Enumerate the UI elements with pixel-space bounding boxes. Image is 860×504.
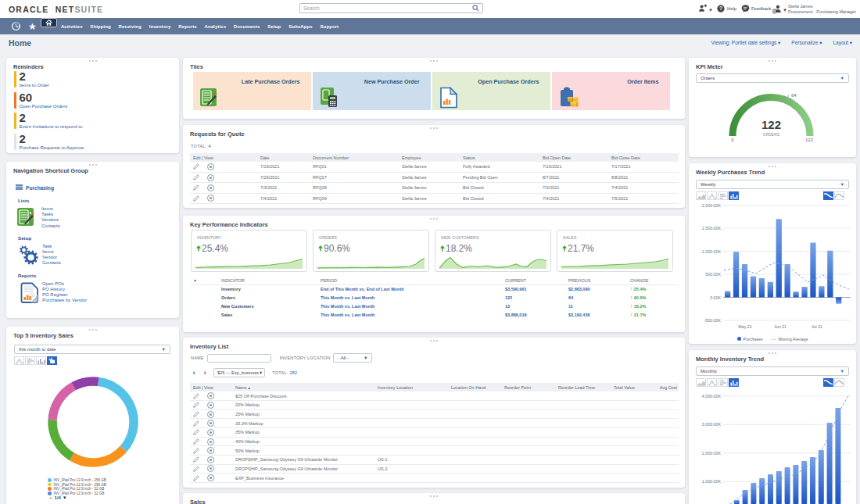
svg-text:?: ? bbox=[719, 5, 722, 11]
svg-text:3,000.00K: 3,000.00K bbox=[702, 422, 722, 427]
svg-text:Jul 21: Jul 21 bbox=[812, 324, 822, 329]
svg-text:0.00K: 0.00K bbox=[710, 295, 721, 300]
svg-text:2,000.00K: 2,000.00K bbox=[702, 451, 722, 456]
svg-text:122: 122 bbox=[805, 138, 814, 142]
svg-text:0: 0 bbox=[731, 138, 734, 142]
svg-text:ORDERS: ORDERS bbox=[763, 133, 779, 137]
svg-text:1,000.00K: 1,000.00K bbox=[702, 249, 722, 254]
svg-text:1,500.00K: 1,500.00K bbox=[702, 226, 722, 231]
svg-text:64: 64 bbox=[791, 93, 797, 98]
svg-text:2,000.00K: 2,000.00K bbox=[702, 203, 722, 208]
svg-text:122: 122 bbox=[761, 118, 781, 131]
svg-text:1,000.00K: 1,000.00K bbox=[702, 479, 722, 484]
svg-text:500.00K: 500.00K bbox=[705, 272, 721, 277]
svg-text:-500.00K: -500.00K bbox=[704, 318, 722, 323]
svg-text:May 21: May 21 bbox=[738, 324, 751, 329]
svg-text:Jun 21: Jun 21 bbox=[774, 324, 787, 329]
svg-text:4,000.00K: 4,000.00K bbox=[702, 394, 722, 399]
